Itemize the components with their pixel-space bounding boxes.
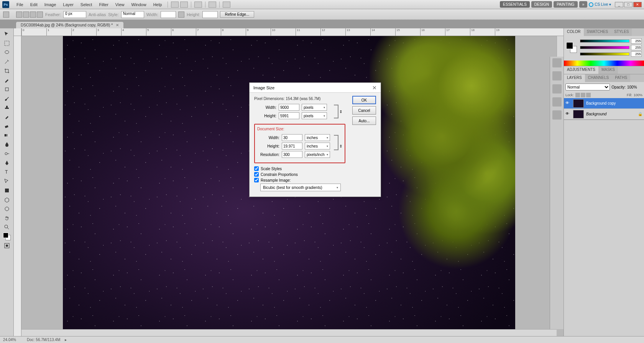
scale-styles-checkbox[interactable] (254, 166, 259, 171)
workspace-essentials[interactable]: ESSENTIALS (500, 1, 530, 8)
slider-b[interactable] (580, 53, 629, 56)
res-input[interactable] (282, 151, 302, 158)
wand-tool[interactable] (2, 57, 12, 66)
refine-edge-button[interactable]: Refine Edge... (220, 11, 254, 18)
menu-file[interactable]: File (13, 2, 27, 7)
menu-help[interactable]: Help (150, 2, 166, 7)
move-tool[interactable] (2, 30, 12, 38)
eyedropper-tool[interactable] (2, 76, 12, 84)
tab-masks[interactable]: MASKS (598, 66, 618, 74)
swap-wh-icon[interactable] (178, 11, 184, 18)
constrain-checkbox[interactable] (254, 172, 259, 177)
path-tool[interactable] (2, 177, 12, 185)
workspace-painting[interactable]: PAINTING (554, 1, 577, 8)
lasso-tool[interactable] (2, 48, 12, 57)
color-spectrum[interactable] (564, 61, 644, 66)
tab-adjustments[interactable]: ADJUSTMENTS (564, 66, 598, 74)
menu-filter[interactable]: Filter (95, 2, 112, 7)
brush-tool[interactable] (2, 94, 12, 103)
menu-image[interactable]: Image (41, 2, 60, 7)
panel-color-swatch[interactable] (566, 42, 577, 53)
close-button[interactable]: ✕ (633, 2, 642, 7)
slider-r[interactable] (580, 39, 629, 43)
layer-name[interactable]: Background copy (586, 101, 616, 105)
mb-arrange-icon[interactable] (209, 2, 216, 8)
layer-thumbnail[interactable] (573, 110, 584, 118)
doc-width-input[interactable] (282, 134, 302, 141)
auto-button[interactable]: Auto... (352, 117, 376, 125)
sel-add-icon[interactable] (23, 11, 29, 18)
visibility-icon[interactable]: 👁 (565, 101, 571, 106)
hand-tool[interactable] (2, 214, 12, 222)
lock-all-icon[interactable] (586, 93, 591, 97)
dialog-titlebar[interactable]: Image Size ✕ (250, 83, 381, 93)
marquee-tool[interactable] (2, 39, 12, 48)
sel-subtract-icon[interactable] (30, 11, 36, 18)
tab-swatches[interactable]: SWATCHES (584, 28, 611, 36)
layer-name[interactable]: Background (586, 112, 606, 116)
zoom-value[interactable]: 24.04% (3, 338, 22, 342)
link-icon[interactable]: ⇕ (339, 144, 342, 148)
fill-value[interactable]: 100% (634, 93, 642, 97)
shape-tool[interactable] (2, 186, 12, 195)
healing-tool[interactable] (2, 85, 12, 94)
camera-tool[interactable] (2, 205, 12, 213)
style-select[interactable]: Normal (121, 11, 144, 18)
mb-btn-1[interactable] (171, 2, 179, 8)
px-width-input[interactable] (279, 104, 299, 111)
opacity-value[interactable]: 100% (627, 85, 642, 89)
cslive-menu[interactable]: CS Live ▾ (589, 2, 611, 7)
crop-tool[interactable] (2, 67, 12, 75)
resample-checkbox[interactable] (254, 178, 259, 182)
quickmask-tool[interactable] (2, 241, 12, 250)
sel-new-icon[interactable] (16, 11, 22, 18)
gradient-tool[interactable] (2, 131, 12, 139)
doc-size-status[interactable]: Doc: 56.7M/113.4M (27, 338, 60, 342)
document-tab[interactable]: DSC00894ab.jpg @ 24% (Background copy, R… (16, 22, 123, 28)
layer-thumbnail[interactable] (573, 99, 584, 108)
res-unit-select[interactable]: pixels/inch (305, 151, 330, 158)
status-arrow-icon[interactable]: ▸ (65, 338, 67, 342)
sel-intersect-icon[interactable] (37, 11, 43, 18)
tab-close-icon[interactable]: ✕ (116, 23, 119, 27)
workspace-design[interactable]: DESIGN (531, 1, 552, 8)
type-tool[interactable]: T (2, 168, 12, 176)
link-icon[interactable]: ⇕ (339, 110, 342, 114)
doc-height-unit-select[interactable]: inches (305, 143, 330, 149)
menu-layer[interactable]: Layer (59, 2, 77, 7)
layer-row[interactable]: 👁 Background 🔒 (564, 109, 644, 120)
menu-edit[interactable]: Edit (27, 2, 41, 7)
history-brush-tool[interactable] (2, 113, 12, 121)
resample-method-select[interactable]: Bicubic (best for smooth gradients) (260, 184, 341, 191)
character-panel-icon[interactable] (552, 84, 562, 94)
stamp-tool[interactable] (2, 103, 12, 112)
value-g[interactable]: 255 (631, 45, 642, 50)
3d-tool[interactable] (2, 195, 12, 204)
menu-window[interactable]: Window (128, 2, 150, 7)
feather-input[interactable]: 0 px (63, 11, 86, 18)
paragraph-panel-icon[interactable] (552, 97, 562, 107)
px-width-unit-select[interactable]: pixels (302, 104, 327, 111)
tab-layers[interactable]: LAYERS (564, 74, 585, 82)
actions-panel-icon[interactable] (552, 71, 562, 80)
zoom-tool[interactable] (2, 223, 12, 231)
lock-position-icon[interactable] (581, 93, 585, 97)
menu-view[interactable]: View (112, 2, 128, 7)
ruler-vertical[interactable] (14, 36, 21, 336)
tab-color[interactable]: COLOR (564, 28, 584, 36)
eraser-tool[interactable] (2, 122, 12, 130)
maximize-button[interactable]: □ (624, 2, 632, 7)
mb-launch-bridge-icon[interactable] (194, 2, 202, 8)
tab-styles[interactable]: STYLES (611, 28, 632, 36)
visibility-icon[interactable]: 👁 (565, 112, 571, 117)
ok-button[interactable]: OK (352, 96, 376, 104)
px-height-input[interactable] (279, 112, 299, 119)
tab-paths[interactable]: PATHS (612, 74, 630, 82)
workspace-more[interactable]: » (579, 1, 588, 8)
dodge-tool[interactable] (2, 149, 12, 158)
slider-g[interactable] (580, 46, 629, 49)
doc-height-input[interactable] (282, 143, 302, 149)
pen-tool[interactable] (2, 159, 12, 167)
mb-screen-mode-icon[interactable] (223, 2, 230, 8)
history-panel-icon[interactable] (552, 58, 562, 67)
